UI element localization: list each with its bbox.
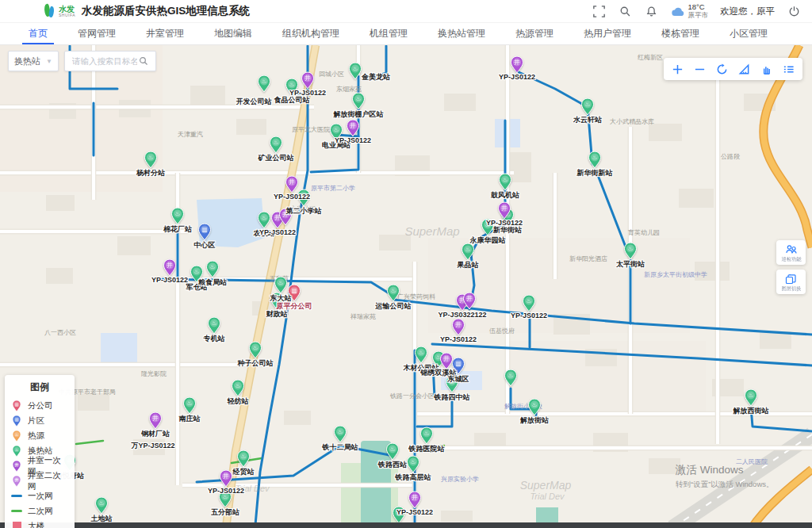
layers-tool-button[interactable]: 图层切换: [776, 270, 806, 294]
measure-icon[interactable]: [736, 61, 753, 78]
nav-tab-4[interactable]: 组织机构管理: [271, 23, 350, 44]
svg-text:♨: ♨: [15, 431, 18, 436]
svg-text:♨: ♨: [338, 428, 343, 435]
svg-text:♨: ♨: [334, 126, 339, 133]
svg-text:井: 井: [223, 473, 229, 480]
station-pin[interactable]: ♨: [351, 92, 366, 110]
legend-item-label: 片区: [28, 415, 44, 427]
layer-list-icon[interactable]: [780, 61, 797, 78]
station-pin[interactable]: ♨: [527, 398, 542, 416]
search-icon[interactable]: [619, 4, 633, 18]
station-pin[interactable]: ♨: [744, 388, 758, 407]
legend-line-icon: [11, 495, 22, 497]
nav-tab-7[interactable]: 热源管理: [504, 23, 565, 44]
well-pin[interactable]: 井: [510, 55, 524, 74]
station-pin[interactable]: ♨: [207, 316, 221, 335]
svg-text:♨: ♨: [15, 446, 18, 451]
station-pin[interactable]: ♨: [257, 75, 271, 93]
app-header: 水发 SHUIFA 水发能源盾安供热GIS地理信息系统 18°C 原平市: [0, 0, 812, 22]
station-pin[interactable]: ♨: [623, 242, 638, 260]
map-canvas[interactable]: 回城小区东烟家苑原平北大医院天津重汽永兴社区原平市第二小学五和苑广兴荣药饲料祥瑞…: [0, 45, 812, 528]
station-label: 粮食局站: [198, 277, 227, 288]
nav-tab-8[interactable]: 热用户管理: [573, 23, 642, 44]
zoom-out-icon[interactable]: [691, 61, 708, 78]
search-category-select[interactable]: 换热站 ▼: [8, 51, 59, 71]
well-pin[interactable]: 井: [163, 258, 177, 277]
nav-tab-3[interactable]: 地图编辑: [203, 23, 263, 44]
station-pin[interactable]: ♨: [522, 294, 536, 312]
well-pin[interactable]: 井: [285, 175, 299, 193]
station-pin[interactable]: ♨: [94, 496, 109, 515]
well-pin[interactable]: 井: [462, 292, 477, 310]
station-pin[interactable]: ♨: [257, 211, 271, 229]
trial-watermark: SuperMap: [520, 479, 572, 492]
station-pin[interactable]: ♨: [348, 62, 362, 80]
well-pin[interactable]: 井: [408, 491, 422, 509]
station-pin[interactable]: ♨: [170, 207, 185, 225]
station-pin[interactable]: ♨: [333, 425, 347, 443]
fullscreen-icon[interactable]: [592, 4, 607, 18]
nav-tab-1[interactable]: 管网管理: [67, 23, 127, 44]
station-label: 新华街新站: [577, 168, 613, 178]
station-pin[interactable]: ♨: [414, 346, 428, 364]
search-input[interactable]: [71, 55, 139, 67]
station-pin[interactable]: ♨: [248, 341, 262, 359]
reset-icon[interactable]: [714, 61, 730, 78]
station-pin[interactable]: ♨: [385, 442, 400, 461]
station-pin[interactable]: ♨: [144, 151, 158, 169]
station-pin[interactable]: ♨: [498, 173, 512, 191]
svg-text:♨: ♨: [212, 319, 217, 327]
well-pin[interactable]: 井: [219, 469, 233, 488]
legend-item: 大楼: [11, 518, 68, 528]
search-box: [64, 51, 156, 71]
tool-label: 图层切换: [781, 285, 801, 293]
zoom-in-icon[interactable]: [669, 61, 686, 78]
station-label: 棉花厂站: [163, 224, 192, 235]
nav-tab-5[interactable]: 机组管理: [358, 23, 419, 44]
svg-text:♨: ♨: [262, 214, 267, 221]
station-label: 五分部站: [211, 507, 239, 518]
station-label: 解放街棚户区站: [334, 109, 384, 120]
well-pin[interactable]: 井: [497, 201, 511, 220]
pan-icon[interactable]: [758, 61, 775, 78]
station-label: 铁路医院站: [409, 444, 445, 454]
station-pin[interactable]: ♨: [580, 98, 595, 116]
legend-pin-icon: ♨: [11, 430, 22, 442]
windows-activation-watermark: 激活 Windows 转到“设置”以激活 Windows。: [676, 463, 774, 490]
station-label: 铁路高层站: [396, 473, 431, 483]
station-pin[interactable]: ♨: [205, 260, 220, 278]
station-pin[interactable]: ♨: [269, 136, 283, 154]
logout-icon[interactable]: [787, 4, 801, 18]
station-label: YP-JS0122: [151, 276, 188, 284]
district-pin[interactable]: ▥: [197, 223, 212, 241]
station-label: 专机站: [204, 334, 225, 344]
well-pin[interactable]: 井: [451, 318, 465, 336]
nav-tab-2[interactable]: 井室管理: [135, 23, 195, 44]
station-pin[interactable]: ♨: [406, 455, 420, 473]
nav-tab-9[interactable]: 楼栋管理: [650, 23, 710, 44]
logo-text-en: SHUIFA: [59, 13, 75, 17]
svg-text:♨: ♨: [253, 344, 259, 351]
station-pin[interactable]: ♨: [182, 396, 197, 415]
search-icon[interactable]: [139, 56, 148, 66]
station-pin[interactable]: ♨: [386, 284, 400, 302]
station-pin[interactable]: ♨: [419, 427, 434, 445]
weather-cloud-icon: [671, 4, 685, 18]
nav-tab-10[interactable]: 小区管理: [718, 23, 779, 44]
station-pin[interactable]: ♨: [588, 151, 602, 169]
bell-icon[interactable]: [645, 4, 659, 18]
well-pin[interactable]: 井: [346, 119, 360, 137]
svg-text:♨: ♨: [411, 458, 416, 465]
well-pin[interactable]: 井: [301, 71, 315, 90]
well-pin[interactable]: 井: [148, 411, 163, 430]
poi-label: 广兴荣药饲料: [397, 293, 435, 301]
station-pin[interactable]: ♨: [504, 369, 518, 387]
nav-tab-6[interactable]: 换热站管理: [427, 23, 496, 44]
station-label: 果品站: [458, 260, 479, 270]
station-pin[interactable]: ♨: [231, 379, 245, 397]
station-pin[interactable]: ♨: [236, 450, 251, 468]
svg-text:♨: ♨: [527, 297, 532, 304]
inspection-tool-button[interactable]: 巡检功能: [776, 240, 806, 265]
svg-text:井: 井: [14, 476, 18, 481]
nav-tab-0[interactable]: 首页: [17, 23, 59, 44]
